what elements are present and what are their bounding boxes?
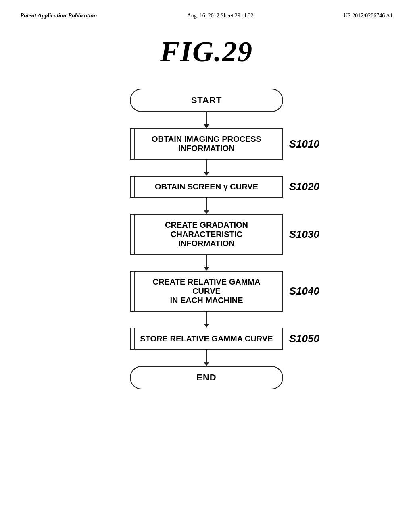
arrow-head — [204, 210, 209, 214]
step-s1050: STORE RELATIVE GAMMA CURVE S1050 — [130, 328, 283, 350]
s1040-text: CREATE RELATIVE GAMMA CURVEIN EACH MACHI… — [139, 277, 274, 305]
arrow-head — [204, 172, 209, 176]
arrow-line — [206, 112, 207, 124]
arrow-head — [204, 324, 209, 328]
flowchart: START OBTAIN IMAGING PROCESSINFORMATION … — [0, 89, 413, 389]
s1050-text: STORE RELATIVE GAMMA CURVE — [140, 334, 273, 343]
start-box: START — [130, 89, 283, 112]
end-box: END — [130, 366, 283, 389]
start-node: START — [130, 89, 283, 112]
s1050-label: S1050 — [289, 332, 319, 345]
step-s1010: OBTAIN IMAGING PROCESSINFORMATION S1010 — [130, 128, 283, 160]
s1020-label: S1020 — [289, 181, 319, 193]
step-s1020: OBTAIN SCREEN γ CURVE S1020 — [130, 176, 283, 198]
process-box-s1030: CREATE GRADATION CHARACTERISTICINFORMATI… — [130, 214, 283, 255]
arrow-head — [204, 124, 209, 128]
arrow-line — [206, 255, 207, 267]
arrow-line — [206, 312, 207, 324]
header-patent-number: US 2012/0206746 A1 — [344, 12, 393, 19]
arrow-s1050-end — [204, 350, 209, 366]
arrow-s1040-s1050 — [204, 312, 209, 328]
s1010-text: OBTAIN IMAGING PROCESSINFORMATION — [152, 135, 261, 153]
process-box-s1020: OBTAIN SCREEN γ CURVE — [130, 176, 283, 198]
arrow-s1020-s1030 — [204, 198, 209, 214]
s1030-label: S1030 — [289, 228, 319, 241]
arrow-s1010-s1020 — [204, 160, 209, 176]
s1030-text: CREATE GRADATION CHARACTERISTICINFORMATI… — [139, 220, 274, 248]
header-date-sheet: Aug. 16, 2012 Sheet 29 of 32 — [187, 12, 254, 19]
arrow-line — [206, 198, 207, 210]
arrow-s1030-s1040 — [204, 255, 209, 271]
arrow-head — [204, 362, 209, 366]
arrow-line — [206, 350, 207, 362]
end-node: END — [130, 366, 283, 389]
s1040-label: S1040 — [289, 285, 319, 297]
arrow-line — [206, 160, 207, 172]
arrow-head — [204, 267, 209, 271]
arrow-start-s1010 — [204, 112, 209, 128]
s1020-text: OBTAIN SCREEN γ CURVE — [155, 182, 258, 191]
page-header: Patent Application Publication Aug. 16, … — [0, 0, 413, 19]
header-publication-label: Patent Application Publication — [20, 12, 97, 19]
process-box-s1040: CREATE RELATIVE GAMMA CURVEIN EACH MACHI… — [130, 271, 283, 312]
figure-title: FIG.29 — [0, 35, 413, 69]
process-box-s1050: STORE RELATIVE GAMMA CURVE — [130, 328, 283, 350]
process-box-s1010: OBTAIN IMAGING PROCESSINFORMATION — [130, 128, 283, 160]
s1010-label: S1010 — [289, 138, 319, 150]
step-s1030: CREATE GRADATION CHARACTERISTICINFORMATI… — [130, 214, 283, 255]
step-s1040: CREATE RELATIVE GAMMA CURVEIN EACH MACHI… — [130, 271, 283, 312]
